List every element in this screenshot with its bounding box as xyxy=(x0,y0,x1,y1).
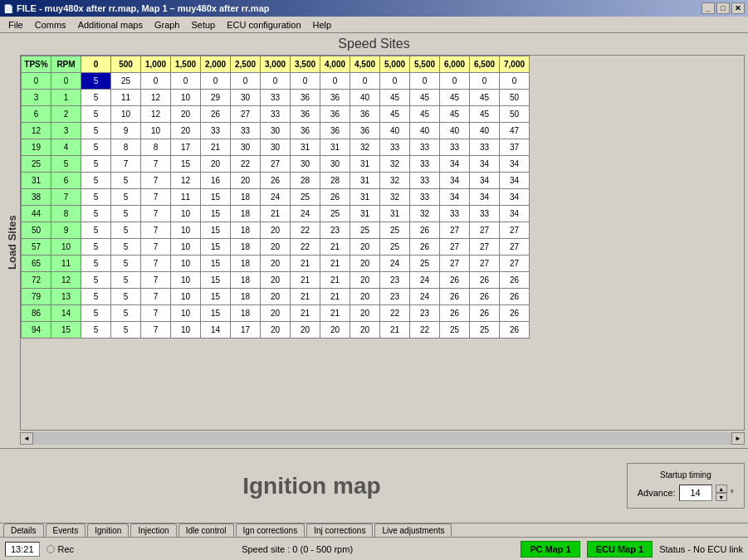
data-cell[interactable]: 45 xyxy=(380,90,410,106)
data-cell[interactable]: 37 xyxy=(500,139,530,156)
data-cell[interactable]: 5 xyxy=(111,256,141,272)
data-cell[interactable]: 26 xyxy=(440,289,470,305)
data-cell[interactable]: 5 xyxy=(81,239,111,256)
data-cell[interactable]: 33 xyxy=(470,206,500,222)
tps-cell[interactable]: 3 xyxy=(22,90,51,106)
rpm-cell[interactable]: 8 xyxy=(51,206,81,222)
data-cell[interactable]: 34 xyxy=(470,189,500,206)
data-cell[interactable]: 27 xyxy=(470,256,500,272)
data-cell[interactable]: 0 xyxy=(440,73,470,90)
rpm-cell[interactable]: 13 xyxy=(51,289,81,305)
data-cell[interactable]: 21 xyxy=(320,305,350,322)
data-cell[interactable]: 26 xyxy=(410,239,440,256)
data-cell[interactable]: 27 xyxy=(500,256,530,272)
data-cell[interactable]: 10 xyxy=(171,322,201,338)
data-cell[interactable]: 27 xyxy=(500,239,530,256)
rpm-cell[interactable]: 2 xyxy=(51,106,81,123)
data-cell[interactable]: 34 xyxy=(500,173,530,189)
tab-injection[interactable]: Injection xyxy=(130,523,176,537)
tab-events[interactable]: Events xyxy=(46,523,86,537)
data-cell[interactable]: 26 xyxy=(261,173,291,189)
data-cell[interactable]: 45 xyxy=(380,106,410,123)
data-cell[interactable]: 15 xyxy=(201,206,231,222)
data-cell[interactable]: 27 xyxy=(261,156,291,173)
tab-ignition[interactable]: Ignition xyxy=(87,523,129,537)
data-cell[interactable]: 18 xyxy=(231,222,261,239)
data-cell[interactable]: 20 xyxy=(261,222,291,239)
data-cell[interactable]: 5 xyxy=(81,123,111,139)
data-cell[interactable]: 26 xyxy=(470,305,500,322)
data-cell[interactable]: 26 xyxy=(470,272,500,289)
data-cell[interactable]: 10 xyxy=(171,239,201,256)
data-cell[interactable]: 5 xyxy=(81,139,111,156)
data-cell[interactable]: 15 xyxy=(201,189,231,206)
data-cell[interactable]: 34 xyxy=(500,206,530,222)
data-cell[interactable]: 26 xyxy=(500,272,530,289)
data-cell[interactable]: 5 xyxy=(81,272,111,289)
data-cell[interactable]: 34 xyxy=(470,156,500,173)
maximize-button[interactable]: □ xyxy=(716,2,730,14)
data-cell[interactable]: 0 xyxy=(500,73,530,90)
data-cell[interactable]: 10 xyxy=(171,222,201,239)
data-cell[interactable]: 21 xyxy=(380,322,410,338)
data-cell[interactable]: 27 xyxy=(231,106,261,123)
data-cell[interactable]: 5 xyxy=(111,305,141,322)
data-cell[interactable]: 5 xyxy=(81,206,111,222)
data-cell[interactable]: 33 xyxy=(410,139,440,156)
data-cell[interactable]: 0 xyxy=(141,73,171,90)
data-cell[interactable]: 12 xyxy=(171,173,201,189)
data-cell[interactable]: 20 xyxy=(171,123,201,139)
tps-cell[interactable]: 44 xyxy=(22,206,51,222)
data-cell[interactable]: 5 xyxy=(81,305,111,322)
data-cell[interactable]: 7 xyxy=(141,156,171,173)
data-cell[interactable]: 20 xyxy=(350,272,380,289)
data-cell[interactable]: 40 xyxy=(380,123,410,139)
data-cell[interactable]: 5 xyxy=(111,272,141,289)
tps-cell[interactable]: 6 xyxy=(22,106,51,123)
data-cell[interactable]: 26 xyxy=(410,222,440,239)
data-cell[interactable]: 25 xyxy=(320,206,350,222)
menu-additional-maps[interactable]: Additional maps xyxy=(73,18,148,32)
data-cell[interactable]: 21 xyxy=(201,139,231,156)
data-cell[interactable]: 15 xyxy=(171,156,201,173)
rpm-cell[interactable]: 3 xyxy=(51,123,81,139)
data-cell[interactable]: 45 xyxy=(410,90,440,106)
data-cell[interactable]: 34 xyxy=(500,156,530,173)
data-cell[interactable]: 18 xyxy=(231,189,261,206)
data-cell[interactable]: 26 xyxy=(500,289,530,305)
data-cell[interactable]: 30 xyxy=(261,139,291,156)
data-cell[interactable]: 20 xyxy=(261,289,291,305)
menu-setup[interactable]: Setup xyxy=(186,18,220,32)
data-cell[interactable]: 45 xyxy=(440,106,470,123)
data-cell[interactable]: 20 xyxy=(350,239,380,256)
data-cell[interactable]: 15 xyxy=(201,256,231,272)
data-cell[interactable]: 5 xyxy=(81,222,111,239)
data-cell[interactable]: 33 xyxy=(380,139,410,156)
data-cell[interactable]: 25 xyxy=(410,256,440,272)
data-cell[interactable]: 20 xyxy=(261,322,291,338)
data-cell[interactable]: 7 xyxy=(141,256,171,272)
data-cell[interactable]: 28 xyxy=(291,173,320,189)
data-cell[interactable]: 8 xyxy=(111,139,141,156)
data-cell[interactable]: 27 xyxy=(470,239,500,256)
data-cell[interactable]: 5 xyxy=(81,156,111,173)
tps-cell[interactable]: 12 xyxy=(22,123,51,139)
menu-help[interactable]: Help xyxy=(308,18,337,32)
data-cell[interactable]: 24 xyxy=(410,289,440,305)
data-cell[interactable]: 14 xyxy=(201,322,231,338)
data-cell[interactable]: 36 xyxy=(350,106,380,123)
data-cell[interactable]: 27 xyxy=(440,222,470,239)
data-cell[interactable]: 33 xyxy=(410,156,440,173)
rpm-cell[interactable]: 6 xyxy=(51,173,81,189)
data-cell[interactable]: 5 xyxy=(111,222,141,239)
data-cell[interactable]: 5 xyxy=(111,239,141,256)
data-cell[interactable]: 47 xyxy=(500,123,530,139)
tps-cell[interactable]: 57 xyxy=(22,239,51,256)
tps-cell[interactable]: 38 xyxy=(22,189,51,206)
data-cell[interactable]: 5 xyxy=(111,206,141,222)
data-cell[interactable]: 25 xyxy=(380,222,410,239)
data-cell[interactable]: 21 xyxy=(261,206,291,222)
data-cell[interactable]: 5 xyxy=(81,73,111,90)
tps-cell[interactable]: 19 xyxy=(22,139,51,156)
data-cell[interactable]: 22 xyxy=(410,322,440,338)
